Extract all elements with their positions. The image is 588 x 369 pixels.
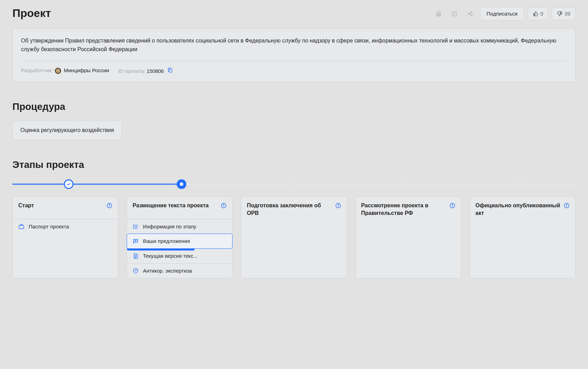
thumbs-down-icon	[557, 11, 562, 17]
emblem-icon	[55, 68, 61, 74]
procedure-heading: Процедура	[12, 101, 576, 112]
document-icon	[133, 253, 139, 259]
share-icon[interactable]	[464, 8, 477, 20]
stage-item-info[interactable]: Информация по этапу	[127, 219, 232, 234]
comment-icon	[133, 238, 139, 244]
svg-point-32	[338, 204, 339, 205]
print-icon[interactable]	[432, 8, 445, 20]
stage-item-label: Информация по этапу	[143, 224, 196, 229]
stage-title: Рассмотрение проекта в Правительстве РФ	[361, 202, 449, 217]
info-icon[interactable]	[449, 202, 455, 209]
dislike-count: 39	[565, 11, 570, 17]
list-icon	[133, 224, 139, 230]
header-actions: Подписаться 0 39	[432, 7, 576, 20]
stage-item-label: Паспорт проекта	[29, 224, 69, 229]
stage-item-current-text[interactable]: Текущая версия текс...	[127, 248, 232, 263]
procedure-value: Оценка регулирующего воздействия	[12, 121, 122, 140]
svg-line-9	[469, 12, 471, 13]
developer-label: Разработчик:	[21, 67, 53, 73]
dislike-button[interactable]: 39	[552, 7, 576, 20]
stage-title: Подготовка заключения об ОРВ	[247, 202, 335, 217]
stage-item-suggestions[interactable]: Ваши предложения	[127, 234, 233, 249]
stage-item-passport[interactable]: Паспорт проекта	[13, 219, 118, 234]
check-icon	[66, 182, 71, 187]
info-icon[interactable]	[335, 202, 341, 209]
svg-point-18	[224, 204, 224, 205]
subscribe-button[interactable]: Подписаться	[480, 7, 524, 20]
shield-icon	[133, 268, 139, 274]
stage-title: Официально опубликованный акт	[476, 202, 564, 217]
svg-point-5	[454, 12, 455, 13]
project-summary-card: Об утверждении Правил представления свед…	[12, 29, 576, 82]
stage-marker-active	[177, 179, 186, 189]
stage-card-start: Старт Паспорт проекта	[12, 197, 118, 278]
svg-line-10	[469, 14, 471, 15]
stages-heading: Этапы проекта	[12, 159, 576, 170]
like-button[interactable]: 0	[528, 7, 548, 20]
project-id-label: ID проекта:	[118, 68, 145, 74]
stage-card-placement: Размещение текста проекта Информация по …	[127, 197, 233, 278]
stage-marker-pending	[403, 181, 410, 188]
svg-point-24	[133, 228, 134, 228]
stage-marker-pending	[291, 181, 297, 188]
developer-meta: Разработчик: Минцифры России	[21, 67, 109, 74]
project-id-value: 150806	[147, 68, 164, 74]
info-header-icon[interactable]	[448, 8, 461, 20]
briefcase-icon	[18, 224, 24, 230]
stage-item-label: Текущая версия текс...	[143, 253, 197, 259]
svg-rect-15	[19, 225, 24, 229]
svg-point-14	[109, 204, 110, 205]
stage-card-government: Рассмотрение проекта в Правительстве РФ	[355, 197, 461, 278]
timeline: Старт Паспорт проекта Размещение текста …	[12, 179, 576, 278]
project-id-meta: ID проекта: 150806	[118, 67, 173, 74]
project-description: Об утверждении Правил представления свед…	[21, 37, 567, 54]
stage-marker-pending	[516, 181, 523, 188]
stage-card-opv: Подготовка заключения об ОРВ	[241, 197, 347, 278]
stage-card-published: Официально опубликованный акт	[470, 197, 576, 278]
info-icon[interactable]	[220, 202, 227, 209]
stage-item-label: Ваши предложения	[143, 238, 190, 244]
svg-point-22	[133, 225, 134, 225]
svg-rect-11	[169, 69, 172, 72]
info-icon[interactable]	[564, 202, 570, 209]
stage-title: Размещение текста проекта	[133, 202, 220, 209]
copy-icon[interactable]	[167, 67, 173, 73]
developer-value: Минцифры России	[64, 67, 109, 73]
like-count: 0	[540, 11, 543, 17]
svg-point-38	[566, 204, 567, 205]
stage-title: Старт	[18, 202, 106, 209]
svg-point-23	[133, 226, 134, 227]
thumbs-up-icon	[533, 11, 538, 17]
svg-point-35	[452, 204, 453, 205]
stage-item-anticorruption[interactable]: Антикор. экспертиза	[127, 263, 232, 278]
page-title: Проект	[12, 7, 51, 20]
stage-item-label: Антикор. экспертиза	[143, 268, 192, 274]
info-icon[interactable]	[106, 202, 112, 209]
timeline-track	[12, 179, 576, 190]
divider	[21, 61, 567, 61]
stage-marker-done	[64, 179, 74, 189]
